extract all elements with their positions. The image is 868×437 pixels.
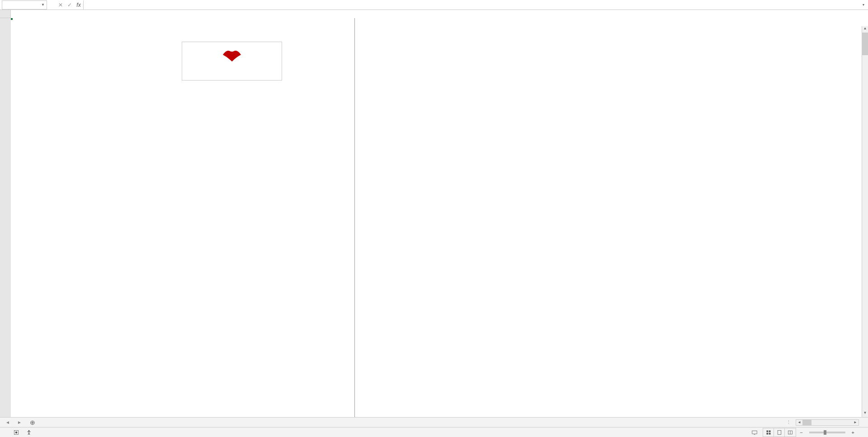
tab-nav-buttons[interactable]: ◄ ►: [0, 420, 27, 425]
accessibility-status[interactable]: [23, 430, 37, 435]
scroll-left-icon[interactable]: ◄: [796, 420, 802, 424]
horizontal-scroll-thumb[interactable]: [802, 420, 811, 425]
formula-bar-row: ▼ ✕ ✓ fx ▾: [0, 0, 868, 10]
tab-nav-prev-icon[interactable]: ◄: [5, 420, 10, 425]
view-mode-buttons: [763, 428, 796, 437]
display-icon: [752, 430, 757, 435]
scroll-down-icon[interactable]: ▼: [862, 411, 868, 417]
eagle-icon: [221, 46, 243, 64]
svg-rect-6: [766, 432, 768, 434]
zoom-out-button[interactable]: −: [796, 430, 806, 435]
zoom-slider[interactable]: [809, 432, 845, 433]
fx-icon[interactable]: fx: [74, 2, 83, 8]
status-bar: − +: [0, 427, 868, 437]
page-break-view-button[interactable]: [785, 428, 796, 437]
display-settings-button[interactable]: [748, 430, 763, 435]
vertical-scroll-thumb[interactable]: [862, 33, 868, 55]
horizontal-scrollbar[interactable]: ◄ ►: [796, 419, 859, 426]
page-layout-view-button[interactable]: [774, 428, 785, 437]
freeze-line-vertical: [354, 18, 355, 417]
name-box[interactable]: ▼: [2, 0, 47, 10]
active-cell-indicator: [11, 18, 13, 20]
logo-image: [182, 42, 282, 81]
scroll-right-icon[interactable]: ►: [852, 420, 859, 424]
svg-rect-8: [778, 430, 781, 434]
select-all-corner[interactable]: [0, 10, 11, 18]
row-headers: [0, 18, 11, 417]
svg-point-2: [28, 430, 30, 431]
svg-point-1: [15, 431, 18, 433]
svg-rect-5: [769, 430, 770, 432]
vertical-scrollbar[interactable]: ▲ ▼: [862, 26, 868, 417]
svg-rect-4: [766, 430, 768, 432]
formula-input[interactable]: [83, 0, 859, 10]
name-box-dropdown-icon[interactable]: ▼: [41, 3, 45, 7]
svg-rect-7: [769, 432, 770, 434]
normal-view-button[interactable]: [763, 428, 774, 437]
sheet-tab-row: ◄ ► ⊕ ⋮ ◄ ►: [0, 417, 868, 427]
macro-record-icon[interactable]: [10, 430, 23, 435]
tab-nav-next-icon[interactable]: ►: [17, 420, 22, 425]
name-box-input[interactable]: [4, 2, 36, 8]
add-sheet-button[interactable]: ⊕: [27, 419, 38, 426]
accept-formula-icon: ✓: [65, 2, 74, 8]
accessibility-icon: [26, 430, 32, 435]
spreadsheet-cells[interactable]: [11, 18, 868, 417]
scroll-up-icon[interactable]: ▲: [862, 26, 868, 33]
zoom-slider-thumb[interactable]: [824, 430, 826, 435]
svg-rect-3: [752, 431, 757, 434]
cancel-formula-icon: ✕: [56, 2, 65, 8]
formula-expand-icon[interactable]: ▾: [859, 3, 868, 7]
zoom-in-button[interactable]: +: [848, 430, 858, 435]
tab-options-icon[interactable]: ⋮: [782, 419, 796, 425]
